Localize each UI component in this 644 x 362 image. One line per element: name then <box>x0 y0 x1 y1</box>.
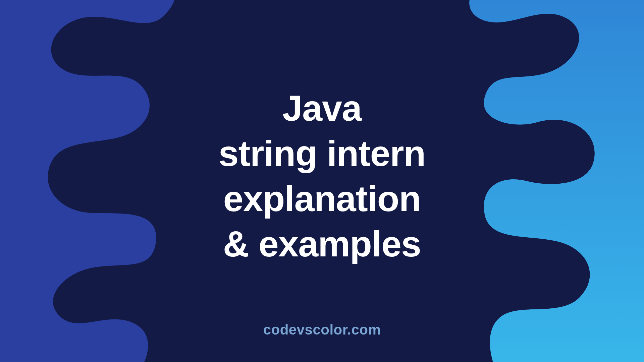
site-credit: codevscolor.com <box>263 322 381 338</box>
title-line-4: & examples <box>218 221 425 266</box>
banner-title: Java string intern explanation & example… <box>218 85 425 266</box>
title-line-3: explanation <box>218 176 425 221</box>
banner-card: Java string intern explanation & example… <box>0 0 644 362</box>
title-line-1: Java <box>218 85 425 131</box>
title-line-2: string intern <box>218 131 425 176</box>
